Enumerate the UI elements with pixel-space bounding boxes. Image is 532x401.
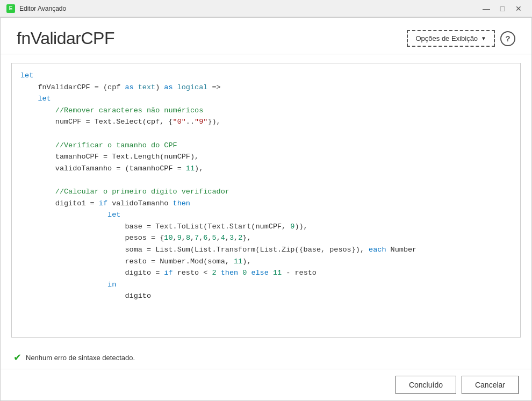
title-bar-text: Editor Avançado	[19, 5, 479, 12]
status-text: Nenhum erro de sintaxe detectado.	[26, 354, 135, 362]
status-bar: ✔ Nenhum erro de sintaxe detectado.	[1, 346, 531, 369]
close-button[interactable]: ✕	[512, 3, 526, 14]
code-editor[interactable]: let fnValidarCPF = (cpf as text) as logi…	[11, 63, 521, 338]
done-button[interactable]: Concluído	[396, 376, 456, 394]
footer: Concluído Cancelar	[1, 369, 531, 400]
help-button[interactable]: ?	[500, 31, 515, 46]
cancel-button[interactable]: Cancelar	[462, 376, 519, 394]
header-divider	[1, 54, 531, 54]
main-window: fnValidarCPF Opções de Exibição ? let fn…	[0, 17, 532, 401]
code-block: let fnValidarCPF = (cpf as text) as logi…	[20, 70, 520, 302]
title-bar: E Editor Avançado — □ ✕	[0, 0, 532, 17]
code-scroll[interactable]: let fnValidarCPF = (cpf as text) as logi…	[12, 63, 520, 337]
header-right: Opções de Exibição ?	[407, 30, 515, 47]
page-title: fnValidarCPF	[17, 28, 114, 48]
header: fnValidarCPF Opções de Exibição ?	[1, 18, 531, 54]
app-icon: E	[6, 4, 15, 13]
minimize-button[interactable]: —	[479, 3, 493, 14]
window-controls: — □ ✕	[479, 3, 526, 14]
status-check-icon: ✔	[13, 352, 21, 363]
options-button[interactable]: Opções de Exibição	[407, 30, 495, 47]
maximize-button[interactable]: □	[495, 3, 509, 14]
